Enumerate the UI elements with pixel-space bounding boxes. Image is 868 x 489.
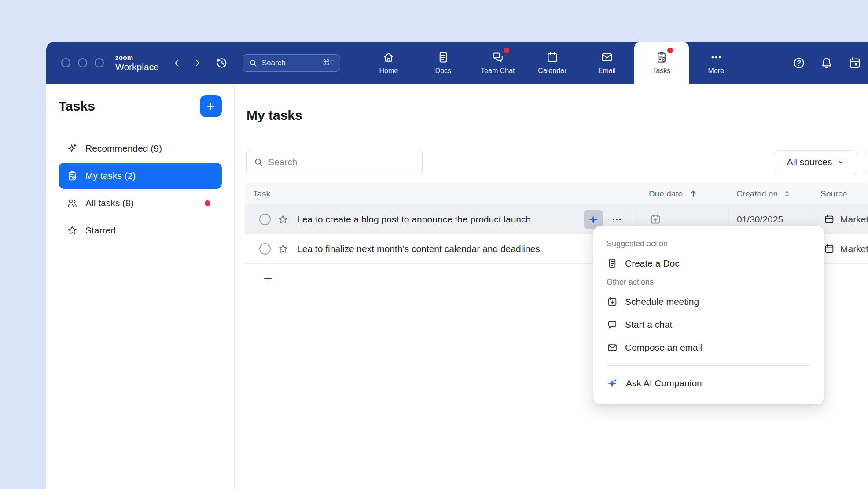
sidebar-item-my-tasks[interactable]: My tasks (2) xyxy=(59,163,222,189)
sidebar-item-label: My tasks (2) xyxy=(85,170,136,181)
doc-icon xyxy=(607,258,618,269)
more-dots-icon xyxy=(710,51,723,64)
nav-item-docs[interactable]: Docs xyxy=(416,42,471,84)
clipboard-check-icon xyxy=(66,170,78,182)
home-icon xyxy=(382,51,395,64)
column-header-created-on[interactable]: Created on xyxy=(728,189,814,199)
chat-bubble-icon xyxy=(607,319,618,330)
star-icon[interactable] xyxy=(277,214,289,225)
tasks-sidebar: Tasks Recommended (9) My tasks (2) xyxy=(46,84,235,489)
nav-item-more[interactable]: More xyxy=(689,42,743,84)
menu-item-label: Create a Doc xyxy=(625,258,680,269)
team-chat-badge xyxy=(504,48,509,53)
menu-item-start-a-chat[interactable]: Start a chat xyxy=(607,313,811,336)
schedule-calendar-icon[interactable] xyxy=(848,56,862,70)
sort-toggle-icon[interactable] xyxy=(782,189,792,199)
menu-item-label: Compose an email xyxy=(625,342,702,353)
zoom-workplace-logo: zoom Workplace xyxy=(115,54,159,71)
task-title: Lea to create a blog post to announce th… xyxy=(297,214,531,225)
set-due-date-icon[interactable] xyxy=(649,213,662,226)
new-task-button[interactable] xyxy=(200,95,222,117)
nav-item-label: Calendar xyxy=(538,67,566,75)
search-shortcut: ⌘F xyxy=(322,58,334,67)
menu-item-create-a-doc[interactable]: Create a Doc xyxy=(607,252,811,275)
chevron-down-icon xyxy=(836,158,845,167)
sidebar-item-all-tasks[interactable]: All tasks (8) xyxy=(59,190,222,216)
notifications-bell-icon[interactable] xyxy=(820,56,833,70)
calendar-icon xyxy=(546,51,559,64)
window-control-dot[interactable] xyxy=(61,58,70,67)
history-icon[interactable] xyxy=(215,56,228,70)
task-complete-checkbox[interactable] xyxy=(259,214,271,225)
more-actions-icon[interactable] xyxy=(611,214,622,225)
task-complete-checkbox[interactable] xyxy=(259,243,271,255)
column-header-task[interactable]: Task xyxy=(245,189,633,199)
nav-item-label: Team Chat xyxy=(481,67,515,75)
primary-navigation: Home Docs Team Chat Calendar xyxy=(361,42,743,84)
tasks-icon xyxy=(655,51,668,64)
team-chat-icon xyxy=(491,51,504,64)
nav-item-tasks[interactable]: Tasks xyxy=(634,42,689,84)
star-icon xyxy=(66,225,78,236)
suggested-action-label: Suggested action xyxy=(607,239,811,248)
app-window: zoom Workplace Search ⌘F Ho xyxy=(46,42,868,489)
forward-chevron-icon[interactable] xyxy=(193,59,202,67)
column-header-source[interactable]: Source xyxy=(814,189,868,199)
created-on-value: 01/30/2025 xyxy=(737,214,783,225)
help-icon[interactable] xyxy=(792,56,805,70)
nav-item-calendar[interactable]: Calendar xyxy=(525,42,580,84)
menu-item-label: Schedule meeting xyxy=(625,296,699,307)
window-control-dot[interactable] xyxy=(78,58,87,67)
sidebar-item-starred[interactable]: Starred xyxy=(59,218,222,243)
source-value: Marketing xyxy=(840,244,868,254)
window-controls[interactable] xyxy=(61,58,104,67)
window-control-dot[interactable] xyxy=(95,58,104,67)
search-placeholder: Search xyxy=(262,59,319,67)
sort-ascending-icon[interactable] xyxy=(688,189,699,199)
ai-sparkle-icon xyxy=(607,377,619,389)
all-tasks-unread-dot xyxy=(205,200,210,206)
back-chevron-icon[interactable] xyxy=(172,59,181,67)
popup-divider xyxy=(607,365,811,366)
menu-item-label: Ask AI Companion xyxy=(626,378,702,389)
menu-item-ask-ai-companion[interactable]: Ask AI Companion xyxy=(607,372,811,395)
menu-item-schedule-meeting[interactable]: Schedule meeting xyxy=(607,290,811,313)
nav-item-label: More xyxy=(708,67,724,75)
top-navbar: zoom Workplace Search ⌘F Ho xyxy=(46,42,868,84)
calendar-source-icon xyxy=(824,243,835,255)
email-icon xyxy=(600,51,614,64)
suggested-actions-popup: Suggested action Create a Doc Other acti… xyxy=(593,226,824,404)
search-icon xyxy=(248,58,258,68)
docs-icon xyxy=(437,51,450,64)
sidebar-item-label: Starred xyxy=(85,225,116,236)
sparkle-icon xyxy=(66,143,78,154)
page-title: My tasks xyxy=(246,107,868,123)
task-title: Lea to finalize next month’s content cal… xyxy=(297,244,540,254)
navbar-right-icons xyxy=(792,56,862,70)
nav-item-team-chat[interactable]: Team Chat xyxy=(471,42,525,84)
calendar-plus-icon xyxy=(607,296,618,307)
nav-item-label: Email xyxy=(598,67,616,75)
column-header-due-date[interactable]: Due date xyxy=(633,189,728,199)
nav-item-email[interactable]: Email xyxy=(580,42,634,84)
sources-filter-label: All sources xyxy=(787,157,832,167)
other-actions-label: Other actions xyxy=(607,278,811,287)
nav-item-label: Home xyxy=(379,67,398,75)
logo-workplace-text: Workplace xyxy=(115,62,159,71)
global-search-input[interactable]: Search ⌘F xyxy=(243,54,340,72)
add-task-button[interactable] xyxy=(259,270,277,288)
sources-filter-dropdown[interactable]: All sources xyxy=(774,150,858,174)
sidebar-item-label: Recommended (9) xyxy=(85,143,162,154)
logo-zoom-text: zoom xyxy=(115,54,159,61)
nav-item-home[interactable]: Home xyxy=(361,42,416,84)
calendar-source-icon xyxy=(824,214,835,225)
sidebar-item-recommended[interactable]: Recommended (9) xyxy=(59,136,222,161)
tasks-badge xyxy=(667,48,673,53)
sidebar-title: Tasks xyxy=(59,99,95,114)
nav-item-label: Tasks xyxy=(652,67,670,75)
star-icon[interactable] xyxy=(277,243,289,255)
people-icon xyxy=(66,197,78,209)
clipped-filter-button[interactable] xyxy=(864,150,868,174)
tasks-search-input[interactable] xyxy=(246,150,423,174)
menu-item-compose-an-email[interactable]: Compose an email xyxy=(607,336,811,359)
